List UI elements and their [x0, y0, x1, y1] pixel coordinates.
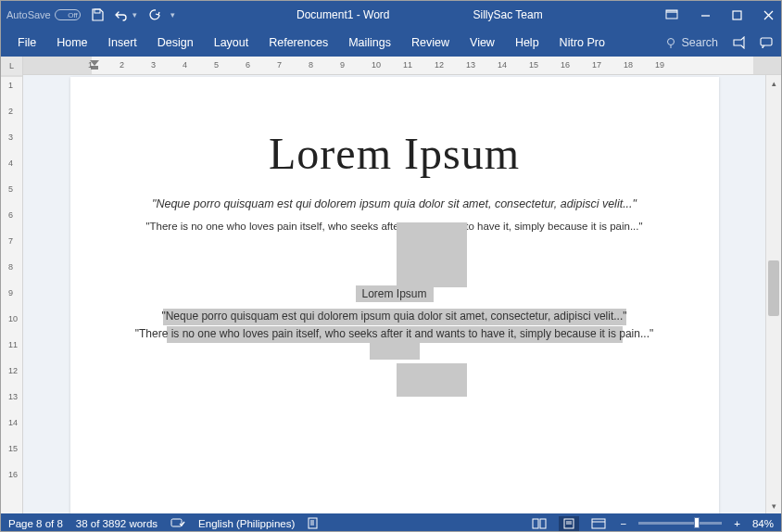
print-layout-icon[interactable] — [559, 516, 579, 531]
ruler-v-tick: 3 — [8, 133, 13, 142]
autosave-toggle[interactable]: AutoSave Off — [6, 9, 81, 20]
web-layout-icon[interactable] — [588, 516, 609, 531]
subtitle-plain[interactable]: "There is no one who loves pain itself, … — [107, 221, 682, 232]
svg-rect-13 — [533, 519, 538, 528]
save-icon[interactable] — [90, 7, 105, 22]
autosave-label: AutoSave — [6, 9, 51, 20]
page[interactable]: Lorem Ipsum "Neque porro quisquam est qu… — [70, 77, 719, 513]
ruler-h-tick: 2 — [120, 60, 124, 70]
ruler-v-tick: 4 — [8, 158, 13, 168]
ruler-top-margin — [1, 75, 22, 77]
scroll-thumb[interactable] — [768, 260, 779, 316]
ruler-h-tick: 10 — [372, 60, 381, 70]
svg-rect-0 — [95, 9, 100, 13]
ruler-v-tick: 10 — [8, 314, 18, 323]
ruler-v-tick: 8 — [8, 262, 13, 272]
ruler-horizontal[interactable]: L 12345678910111213141516171819 — [1, 57, 781, 75]
status-page[interactable]: Page 8 of 8 — [8, 518, 63, 529]
tab-view[interactable]: View — [460, 31, 504, 55]
accessibility-icon[interactable] — [308, 517, 322, 529]
ruler-h-tick: 13 — [466, 60, 475, 70]
window-controls — [698, 7, 776, 22]
undo-dropdown-icon[interactable]: ▾ — [132, 10, 137, 19]
ruler-h-tick: 17 — [592, 60, 601, 70]
scroll-up-icon[interactable]: ▴ — [766, 75, 781, 91]
ruler-v-tick: 11 — [8, 340, 18, 349]
svg-rect-4 — [733, 11, 741, 19]
small-heading[interactable]: Lorem Ipsum — [107, 287, 682, 300]
minimize-icon[interactable] — [698, 7, 713, 22]
status-right: − + 84% — [529, 516, 774, 531]
ruler-h-tick: 9 — [340, 60, 345, 70]
title-center: Document1 - Word SillySac Team — [175, 8, 664, 21]
heading-1[interactable]: Lorem Ipsum — [107, 128, 682, 179]
ruler-v-tick: 7 — [8, 236, 13, 246]
ruler-h-track[interactable]: 12345678910111213141516171819 — [23, 57, 781, 74]
svg-point-5 — [668, 38, 675, 44]
zoom-slider[interactable] — [638, 522, 722, 525]
tab-help[interactable]: Help — [506, 31, 549, 55]
ruler-h-tick: 5 — [214, 60, 219, 70]
tab-nitro-pro[interactable]: Nitro Pro — [550, 31, 614, 55]
spellcheck-icon[interactable] — [170, 517, 185, 529]
search-box[interactable]: Search — [665, 36, 718, 49]
tab-file[interactable]: File — [8, 31, 45, 55]
tab-insert[interactable]: Insert — [99, 31, 146, 55]
ruler-corner[interactable]: L — [1, 57, 23, 75]
ruler-h-tick: 16 — [561, 60, 570, 70]
ruler-v-tick: 16 — [8, 470, 18, 479]
ruler-h-tick: 1 — [88, 60, 93, 70]
ruler-h-tick: 11 — [403, 60, 412, 70]
tab-references[interactable]: References — [259, 31, 337, 55]
ruler-vertical[interactable]: 12345678910111213141516 — [1, 75, 23, 513]
close-icon[interactable] — [761, 7, 776, 22]
zoom-out-icon[interactable]: − — [618, 518, 630, 529]
tab-design[interactable]: Design — [148, 31, 203, 55]
body-line-1[interactable]: "Neque porro quisquam est qui dolorem ip… — [107, 308, 682, 325]
zoom-thumb[interactable] — [694, 517, 700, 528]
ruler-h-ticks: 12345678910111213141516171819 — [88, 57, 763, 74]
tab-layout[interactable]: Layout — [205, 31, 259, 55]
ruler-h-tick: 3 — [151, 60, 156, 70]
titlebar-right — [664, 7, 776, 22]
zoom-in-icon[interactable]: + — [731, 518, 743, 529]
share-icon[interactable] — [731, 35, 746, 50]
status-words[interactable]: 38 of 3892 words — [76, 518, 158, 529]
subtitle-italic[interactable]: "Neque porro quisquam est qui dolorem ip… — [107, 196, 682, 213]
ruler-h-tick: 8 — [309, 60, 313, 70]
user-name: SillySac Team — [473, 8, 543, 21]
ruler-h-tick: 15 — [529, 60, 538, 70]
zoom-percent[interactable]: 84% — [752, 518, 774, 529]
ruler-v-tick: 12 — [8, 366, 18, 375]
read-mode-icon[interactable] — [529, 516, 549, 531]
autosave-switch[interactable]: Off — [55, 9, 81, 20]
ruler-v-tick: 9 — [8, 288, 13, 298]
ruler-v-tick: 15 — [8, 444, 18, 453]
scroll-down-icon[interactable]: ▾ — [766, 498, 781, 513]
ruler-v-tick: 5 — [8, 184, 13, 194]
undo-icon[interactable] — [114, 7, 129, 22]
maximize-icon[interactable] — [729, 7, 744, 22]
lightbulb-icon — [665, 37, 677, 49]
statusbar: Page 8 of 8 38 of 3892 words English (Ph… — [1, 513, 781, 532]
ruler-h-tick: 4 — [183, 60, 187, 70]
tab-home[interactable]: Home — [47, 31, 96, 55]
tab-mailings[interactable]: Mailings — [339, 31, 400, 55]
selection-block-bottom — [397, 363, 467, 397]
svg-rect-8 — [171, 519, 182, 526]
document-area[interactable]: Lorem Ipsum "Neque porro quisquam est qu… — [23, 75, 765, 513]
body-line-2[interactable]: "There is no one who loves pain itself, … — [107, 325, 682, 343]
tab-review[interactable]: Review — [402, 31, 459, 55]
ruler-h-tick: 14 — [498, 60, 507, 70]
ruler-v-tick: 14 — [8, 418, 18, 427]
document-title: Document1 - Word — [296, 8, 389, 21]
comments-icon[interactable] — [759, 35, 774, 50]
status-language[interactable]: English (Philippines) — [198, 518, 295, 529]
quick-access-toolbar: ▾ ▾ — [90, 7, 175, 22]
titlebar: AutoSave Off ▾ ▾ Document1 - Word SillyS… — [1, 1, 781, 29]
scrollbar-vertical[interactable]: ▴ ▾ — [765, 75, 781, 513]
redo-icon[interactable] — [146, 7, 161, 22]
ruler-v-tick: 6 — [8, 210, 13, 220]
selection-block-top — [397, 222, 467, 287]
ribbon-display-icon[interactable] — [664, 7, 679, 22]
